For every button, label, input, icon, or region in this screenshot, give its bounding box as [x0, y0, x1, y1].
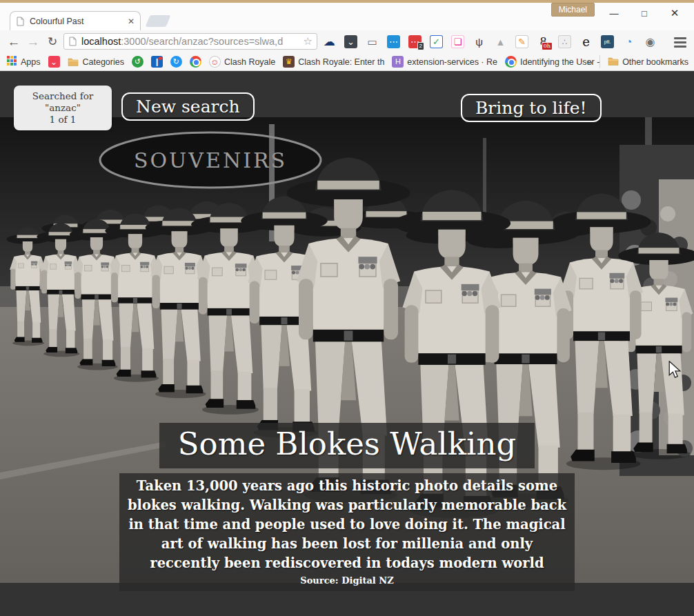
- cloud-sync-extension-icon[interactable]: ☁: [323, 35, 336, 48]
- browser-tab[interactable]: Colourful Past ✕: [10, 11, 141, 30]
- bookmark-other-bookmarks[interactable]: Other bookmarks: [599, 55, 688, 68]
- bring-to-life-button[interactable]: Bring to life!: [461, 94, 602, 122]
- photo-description-box: Taken 13,000 years ago this historic pho…: [119, 473, 575, 591]
- heroku-icon: H: [392, 56, 404, 68]
- bookmark-label: extension-services · Re: [407, 57, 497, 67]
- search-status-box: Searched for "anzac" 1 of 1: [14, 86, 112, 130]
- chat-bubble-extension-icon[interactable]: ⋯: [387, 35, 400, 48]
- bookmark-extension-services[interactable]: Hextension-services · Re: [392, 56, 497, 68]
- forward-button[interactable]: →: [23, 30, 43, 53]
- reload-button[interactable]: ↻: [43, 30, 62, 53]
- apps-grid-icon: [6, 56, 17, 68]
- tab-close-icon[interactable]: ✕: [128, 17, 135, 26]
- bookmarks-overflow-icon[interactable]: »: [582, 56, 598, 68]
- bookmarks-bar: Apps⌄Categories↺❙↻☺Clash Royale♛Clash Ro…: [0, 53, 694, 71]
- bookmark-chrome-app[interactable]: [190, 56, 201, 68]
- browser-window: Colourful Past ✕ Michael — □ ✕ ← → ↻ loc…: [0, 0, 694, 71]
- folder-icon: [607, 55, 619, 68]
- bookmark-green-app[interactable]: ↺: [132, 56, 143, 68]
- compose-note-extension-icon[interactable]: ✎: [515, 35, 528, 48]
- chrome-icon: [505, 56, 517, 68]
- ptt-extension-icon[interactable]: ptt.: [601, 35, 614, 48]
- page-icon: [16, 16, 25, 26]
- photo-source: Source: Digital NZ: [126, 575, 568, 586]
- bookmark-label: Clash Royale: Enter th: [298, 57, 384, 67]
- cast-extension-icon[interactable]: ▭: [366, 35, 379, 48]
- url-path: :3000/search/anzac?sources=slwa,d: [121, 36, 283, 47]
- bookmark-blue-circle-app[interactable]: ↻: [170, 56, 182, 68]
- bookmarks-list: Apps⌄Categories↺❙↻☺Clash Royale♛Clash Ro…: [6, 56, 582, 68]
- bookmark-star-icon[interactable]: ☆: [304, 35, 313, 48]
- profile-badge[interactable]: Michael: [551, 3, 595, 17]
- blue-square-icon: ❙: [151, 56, 163, 68]
- e-letter-extension-icon[interactable]: e: [579, 35, 593, 48]
- bookmark-label: Apps: [21, 57, 41, 67]
- new-tab-button[interactable]: [146, 15, 171, 27]
- close-button[interactable]: ✕: [660, 4, 690, 22]
- folder-icon: [607, 55, 619, 67]
- maximize-button[interactable]: □: [629, 4, 660, 22]
- sitemap-extension-icon[interactable]: ∴: [558, 35, 571, 48]
- hours-tracker-extension-icon[interactable]: 80h: [537, 35, 550, 48]
- reddit-icon: ☺: [209, 56, 221, 68]
- url-host: localhost: [81, 36, 121, 47]
- browser-menu-button[interactable]: [674, 35, 688, 49]
- extensions-strip: ☁⌄▭⋯⋯2✓❏ψ▲✎80h∴eptt.◔◉: [323, 30, 657, 53]
- bookmark-label: Clash Royale: [224, 57, 275, 67]
- bookmark-categories[interactable]: Categories: [68, 56, 124, 68]
- pocket-bookmark-icon: ⌄: [48, 56, 60, 68]
- folder-icon: [68, 56, 79, 68]
- search-status-line1: Searched for "anzac": [22, 90, 103, 114]
- tree-extension-icon[interactable]: ψ: [473, 35, 486, 48]
- tab-title: Colourful Past: [30, 17, 123, 26]
- record-extension-icon[interactable]: ◉: [644, 35, 657, 48]
- page-content: SOUVENIRS Searched for "anzac" 1 of 1 Ne…: [0, 71, 694, 616]
- address-bar[interactable]: localhost:3000/search/anzac?sources=slwa…: [63, 33, 317, 50]
- bookmark-label: Other bookmarks: [622, 57, 688, 67]
- bookmark-pocket[interactable]: ⌄: [48, 56, 60, 68]
- photo-title-row: Some Blokes Walking: [0, 423, 694, 468]
- pocket-extension-icon[interactable]: ⌄: [344, 35, 357, 48]
- minimize-button[interactable]: —: [599, 4, 629, 22]
- blue-check-extension-icon[interactable]: ✓: [430, 35, 443, 48]
- drive-extension-icon[interactable]: ▲: [494, 35, 507, 48]
- toolbar: ← → ↻ localhost:3000/search/anzac?source…: [0, 30, 694, 53]
- bookmark-blue-square-app[interactable]: ❙: [151, 56, 163, 68]
- chrome-icon: [190, 56, 201, 68]
- titlebar: Colourful Past ✕ Michael — □ ✕: [0, 3, 694, 30]
- rainbow-page-extension-icon[interactable]: ❏: [451, 35, 464, 48]
- bookmark-clash-royale-enter[interactable]: ♛Clash Royale: Enter th: [283, 56, 384, 68]
- blue-circle-icon: ↻: [170, 56, 182, 68]
- back-button[interactable]: ←: [4, 30, 23, 53]
- green-circle-icon: ↺: [132, 56, 143, 68]
- mouse-cursor: [668, 361, 682, 379]
- search-status-line2: 1 of 1: [22, 114, 103, 126]
- bookmark-apps[interactable]: Apps: [6, 56, 41, 68]
- bookmark-label: Categories: [83, 57, 124, 67]
- svg-text:SOUVENIRS: SOUVENIRS: [134, 148, 287, 172]
- url-text: localhost:3000/search/anzac?sources=slwa…: [81, 36, 299, 47]
- photo-description: Taken 13,000 years ago this historic pho…: [126, 477, 568, 573]
- clash-royale-icon: ♛: [283, 56, 295, 68]
- photo-title: Some Blokes Walking: [159, 423, 535, 468]
- quicktime-extension-icon[interactable]: ◔: [622, 35, 635, 48]
- red-dots-extension-icon[interactable]: ⋯2: [408, 35, 422, 48]
- page-icon: [68, 37, 77, 47]
- new-search-button[interactable]: New search: [121, 92, 255, 121]
- bookmark-clash-royale[interactable]: ☺Clash Royale: [209, 56, 275, 68]
- window-controls: — □ ✕: [599, 4, 690, 22]
